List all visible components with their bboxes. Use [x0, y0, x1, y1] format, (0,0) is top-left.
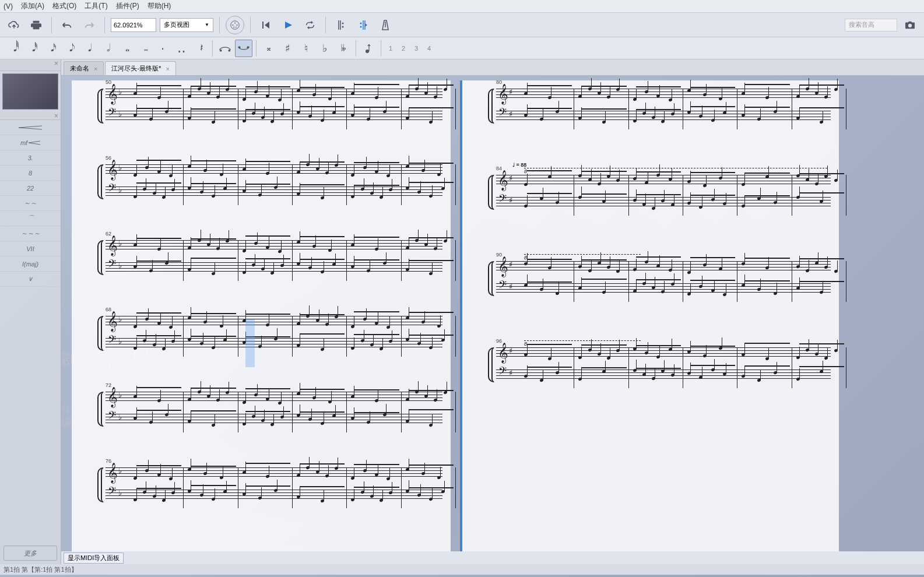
score-viewport[interactable]: 剧情曲 江河尽头 作曲 编曲 汤成石lun 50𝄞♭𝄢♭56𝄞♭𝄢♭62𝄞♭𝄢♭… [61, 76, 924, 551]
playback-cursor [245, 319, 255, 367]
palette-chord[interactable]: I(maj) [0, 256, 61, 272]
menu-format[interactable]: 格式(O) [52, 1, 76, 11]
note-breve-icon[interactable]: 𝅜 [135, 40, 153, 57]
voice-2[interactable]: 2 [398, 43, 409, 54]
staff-system: 96𝄞♯𝄢♯8 [479, 344, 831, 388]
staff-system: 84𝄞♯𝄢♯♩ = 888 [479, 171, 831, 216]
palette-tuplet[interactable]: 3. [0, 150, 61, 166]
palette-sidebar: mf 3. 8 22 ～～ ⌒ ～～～ VII I(maj) ∨ 更多 [0, 59, 61, 564]
cloud-upload-icon[interactable] [5, 16, 23, 34]
note-16th-icon[interactable]: 𝅘𝅥𝅯 [42, 40, 59, 57]
svg-point-11 [220, 49, 222, 51]
metronome-icon[interactable] [376, 16, 395, 34]
svg-point-12 [229, 49, 231, 51]
staff-system: 50𝄞♭𝄢♭ [88, 85, 442, 129]
menu-view[interactable]: (V) [3, 2, 13, 10]
repeat-end-icon[interactable] [354, 16, 373, 34]
midi-toggle-icon[interactable] [226, 16, 244, 34]
navigator-thumb[interactable] [2, 73, 58, 110]
svg-point-7 [342, 26, 344, 27]
slur-icon[interactable] [235, 40, 252, 57]
bottom-bar: 显示MIDI导入面板 [61, 551, 924, 564]
print-icon[interactable] [27, 16, 45, 34]
staff-system: 76𝄞♭𝄢♭ [88, 464, 442, 508]
menu-tools[interactable]: 工具(T) [85, 1, 107, 11]
note-toolbar: 𝅘𝅥𝅱 𝅘𝅥𝅰 𝅘𝅥𝅯 𝅘𝅥𝅮 𝅘𝅥 𝅗𝅥 𝅝 𝅜 · ‥ 𝄽 𝄪 ♯ ♮ ♭ … [0, 37, 924, 59]
flat-icon[interactable]: ♭ [316, 40, 333, 57]
svg-point-13 [238, 46, 241, 48]
svg-point-3 [237, 24, 238, 26]
score-page-left: 50𝄞♭𝄢♭56𝄞♭𝄢♭62𝄞♭𝄢♭68𝄞♭𝄢♭72𝄞♭𝄢♭76𝄞♭𝄢♭ [72, 80, 451, 551]
dot-icon[interactable]: · [154, 40, 171, 57]
loop-icon[interactable] [301, 16, 319, 34]
palette-slur[interactable]: ⌒ [0, 211, 61, 226]
rewind-icon[interactable] [257, 16, 275, 34]
undo-icon[interactable] [58, 16, 76, 34]
sharp-icon[interactable]: ♯ [279, 40, 296, 57]
staff-system: 56𝄞♭𝄢♭ [88, 161, 442, 205]
menu-help[interactable]: 帮助(H) [147, 1, 171, 11]
voice-1[interactable]: 1 [385, 43, 396, 54]
redo-icon[interactable] [80, 16, 99, 34]
natural-icon[interactable]: ♮ [297, 40, 315, 57]
staff-system: 80𝄞♯𝄢♯ [479, 85, 831, 129]
palette-8va[interactable]: 8 [0, 166, 61, 181]
view-mode-select[interactable]: 多页视图▼ [160, 18, 213, 32]
staff-system: 62𝄞♭𝄢♭ [88, 237, 442, 281]
note-32nd-icon[interactable]: 𝅘𝅥𝅰 [23, 40, 41, 57]
note-quarter-icon[interactable]: 𝅘𝅥 [79, 40, 97, 57]
note-8th-icon[interactable]: 𝅘𝅥𝅮 [61, 40, 78, 57]
palette-header[interactable] [0, 59, 61, 71]
zoom-input[interactable]: 62.0921% [111, 18, 156, 32]
svg-point-2 [234, 22, 236, 23]
repeat-start-icon[interactable] [332, 16, 350, 34]
rest-icon[interactable]: 𝄽 [191, 40, 209, 57]
palette-wavy[interactable]: ～～～ [0, 226, 61, 241]
double-flat-icon[interactable]: 𝄫 [335, 40, 352, 57]
svg-point-4 [233, 26, 234, 27]
svg-point-6 [342, 22, 344, 24]
tab-document[interactable]: 江河尽头-最终版*× [105, 61, 175, 75]
note-64th-icon[interactable]: 𝅘𝅥𝅱 [5, 40, 22, 57]
search-input[interactable]: 搜索音高 [845, 19, 897, 31]
palette-dynamic[interactable]: mf [0, 135, 61, 150]
svg-point-0 [231, 20, 239, 29]
svg-point-10 [908, 23, 912, 27]
palette-more[interactable]: 更多 [3, 546, 57, 561]
palette-divider [0, 112, 61, 120]
palette-roman[interactable]: VII [0, 241, 61, 256]
double-sharp-icon[interactable]: 𝄪 [260, 40, 277, 57]
svg-point-5 [236, 26, 237, 27]
close-icon[interactable]: × [94, 65, 97, 72]
close-icon[interactable]: × [166, 65, 169, 72]
camera-icon[interactable] [901, 16, 919, 34]
document-tabs: 未命名× 江河尽头-最终版*× [61, 59, 924, 76]
svg-point-1 [233, 24, 234, 26]
voice-3[interactable]: 3 [410, 43, 422, 54]
double-dot-icon[interactable]: ‥ [173, 40, 190, 57]
palette-trill[interactable]: ～～ [0, 196, 61, 211]
status-bar: 第1拍 第【第:1拍 第1拍】 [0, 564, 924, 575]
palette-22[interactable]: 22 [0, 181, 61, 196]
svg-point-15 [366, 50, 369, 53]
main-toolbar: 62.0921% 多页视图▼ 搜索音高 [0, 13, 924, 37]
menu-add[interactable]: 添加(A) [21, 1, 44, 11]
svg-point-9 [360, 26, 362, 27]
palette-caesura[interactable]: ∨ [0, 272, 61, 287]
tab-untitled[interactable]: 未命名× [64, 61, 104, 75]
flip-stem-icon[interactable] [360, 40, 377, 57]
staff-system: 90𝄞♯𝄢♯8 [479, 258, 831, 302]
palette-hairpin[interactable] [0, 120, 61, 135]
show-midi-panel-button[interactable]: 显示MIDI导入面板 [64, 553, 124, 564]
note-whole-icon[interactable]: 𝅝 [117, 40, 134, 57]
menu-plugins[interactable]: 插件(P) [116, 1, 139, 11]
tie-icon[interactable] [216, 40, 234, 57]
score-page-right: 80𝄞♯𝄢♯84𝄞♯𝄢♯♩ = 88890𝄞♯𝄢♯896𝄞♯𝄢♯8 [460, 80, 839, 551]
voice-4[interactable]: 4 [423, 43, 435, 54]
note-half-icon[interactable]: 𝅗𝅥 [98, 40, 115, 57]
staff-system: 72𝄞♭𝄢♭ [88, 388, 442, 432]
staff-system: 68𝄞♭𝄢♭ [88, 312, 442, 357]
play-icon[interactable] [279, 16, 297, 34]
svg-point-14 [247, 46, 250, 48]
svg-point-8 [360, 22, 362, 24]
